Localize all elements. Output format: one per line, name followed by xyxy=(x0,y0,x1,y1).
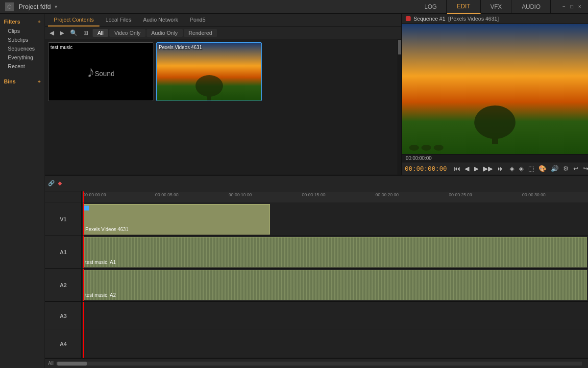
ruler-mark-25: 00:00:25:00 xyxy=(449,192,472,197)
sidebar-item-everything[interactable]: Everything xyxy=(0,53,45,62)
preview-out-point-button[interactable]: ◈ xyxy=(517,164,525,173)
timeline-snap-button[interactable]: 🔗 xyxy=(48,180,55,186)
close-button[interactable]: × xyxy=(576,3,583,10)
preview-panel: Sequence #1 [Pexels Videos 4631] xyxy=(402,14,588,175)
filters-label: Filters xyxy=(4,19,20,25)
browser-panel: Project Contents Local Files Audio Netwo… xyxy=(45,14,402,175)
preview-undo-button[interactable]: ↩ xyxy=(572,164,580,173)
svg-point-2 xyxy=(474,105,515,139)
media-thumb-label-video: Pexels Videos 4631 xyxy=(159,45,202,50)
search-icon[interactable]: 🔍 xyxy=(69,29,79,37)
browser-scrollbar-thumb[interactable] xyxy=(398,40,401,54)
browser-tab-audio-network[interactable]: Audio Network xyxy=(137,14,184,26)
minimize-button[interactable]: − xyxy=(561,3,567,10)
playhead-v1 xyxy=(83,203,84,236)
track-row-a4 xyxy=(82,330,588,358)
preview-controls: 00:00:00:00 ⏮ ◀ ▶ ▶▶ ⏭ ◈ ◈ ⬚ 🎨 🔊 ⚙ ↩ ↪ xyxy=(402,162,588,175)
filter-tab-video-only[interactable]: Video Only xyxy=(109,29,146,37)
playhead[interactable] xyxy=(83,191,84,203)
main-layout: Filters + Clips Subclips Sequences Every… xyxy=(0,14,588,368)
track-row-a1: test music, A1 xyxy=(82,236,588,269)
filter-tab-all[interactable]: All xyxy=(93,29,108,37)
svg-rect-3 xyxy=(492,135,498,144)
nav-tabs: LOG EDIT VFX AUDIO xyxy=(415,0,551,14)
preview-step-back-button[interactable]: ◀ xyxy=(463,164,471,173)
media-thumb-test-music[interactable]: test music ♪ Sound xyxy=(48,42,153,101)
browser-tab-local-files[interactable]: Local Files xyxy=(99,14,137,26)
media-thumb-label-audio: test music xyxy=(50,45,73,50)
audio-clip-label-a2: test music, A2 xyxy=(85,292,116,298)
timeline-scrollbar[interactable] xyxy=(56,362,582,366)
browser-scrollbar[interactable] xyxy=(397,39,401,175)
timeline-body: V1 A1 A2 A3 A4 00:00:00:00 00:00:05:00 0… xyxy=(45,191,588,358)
filter-tab-audio-only[interactable]: Audio Only xyxy=(147,29,183,37)
grid-view-icon[interactable]: ⊞ xyxy=(82,29,90,37)
ruler-label-spacer xyxy=(45,191,81,203)
back-button[interactable]: ◀ xyxy=(48,29,55,37)
preview-redo-button[interactable]: ↪ xyxy=(582,164,588,173)
app-icon: ⬡ xyxy=(5,2,14,11)
track-row-a3 xyxy=(82,302,588,330)
track-label-a3[interactable]: A3 xyxy=(45,302,81,330)
preview-header: Sequence #1 [Pexels Videos 4631] xyxy=(402,14,588,24)
project-dropdown-arrow[interactable]: ▼ xyxy=(54,4,58,9)
track-label-a2[interactable]: A2 xyxy=(45,269,81,302)
audio-clip-a1[interactable]: test music, A1 xyxy=(83,237,587,267)
preview-go-start-button[interactable]: ⏮ xyxy=(452,164,462,173)
tab-vfx[interactable]: VFX xyxy=(481,0,512,14)
sidebar-item-recent[interactable]: Recent xyxy=(0,62,45,71)
project-name: Project fdfd xyxy=(19,3,51,10)
preview-in-point-button[interactable]: ◈ xyxy=(508,164,516,173)
timeline-footer-label: All xyxy=(48,361,53,366)
video-clip-pexels[interactable]: Pexels Videos 4631 xyxy=(83,204,270,235)
playhead-a2 xyxy=(83,269,84,301)
playhead-a4 xyxy=(83,330,84,358)
track-label-a4[interactable]: A4 xyxy=(45,330,81,358)
forward-button[interactable]: ▶ xyxy=(58,29,66,37)
sidebar-item-subclips[interactable]: Subclips xyxy=(0,35,45,44)
bins-label: Bins xyxy=(4,79,16,84)
bins-add-icon[interactable]: + xyxy=(38,79,41,84)
timeline-footer: All xyxy=(45,358,588,368)
tab-log[interactable]: LOG xyxy=(415,0,447,14)
track-label-a1[interactable]: A1 xyxy=(45,236,81,269)
sidebar: Filters + Clips Subclips Sequences Every… xyxy=(0,14,45,368)
playhead-a1 xyxy=(83,236,84,268)
browser-tab-project-contents[interactable]: Project Contents xyxy=(48,14,99,26)
audio-waveform-a2 xyxy=(83,270,587,300)
preview-sequence-label: Sequence #1 xyxy=(414,16,445,22)
audio-waveform-a1 xyxy=(83,237,587,267)
preview-audio-button[interactable]: 🔊 xyxy=(549,164,560,173)
ruler-mark-10: 00:00:10:00 xyxy=(229,192,252,197)
sidebar-item-clips[interactable]: Clips xyxy=(0,26,45,35)
filters-header: Filters + xyxy=(0,17,45,26)
filters-add-icon[interactable]: + xyxy=(38,19,41,25)
browser-tabs: Project Contents Local Files Audio Netwo… xyxy=(45,14,401,27)
preview-color-button[interactable]: 🎨 xyxy=(537,164,548,173)
track-label-v1[interactable]: V1 xyxy=(45,203,81,236)
title-bar: ⬡ Project fdfd ▼ LOG EDIT VFX AUDIO − □ … xyxy=(0,0,588,14)
svg-point-4 xyxy=(409,145,419,151)
timeline-playhead-indicator: ◆ xyxy=(58,180,62,186)
preview-settings-button[interactable]: ⚙ xyxy=(562,164,570,173)
audio-clip-a2[interactable]: test music, A2 xyxy=(83,270,587,300)
preview-screen[interactable] xyxy=(402,24,588,154)
playhead-a3 xyxy=(83,302,84,329)
filter-tab-rendered[interactable]: Rendered xyxy=(184,29,217,37)
preview-play-button[interactable]: ▶ xyxy=(472,164,480,173)
preview-safe-area-button[interactable]: ⬚ xyxy=(527,164,536,173)
maximize-button[interactable]: □ xyxy=(568,3,575,10)
tab-audio[interactable]: AUDIO xyxy=(512,0,551,14)
timeline-scrollbar-thumb[interactable] xyxy=(57,362,87,366)
tab-edit[interactable]: EDIT xyxy=(447,0,480,14)
media-thumb-pexels-4631[interactable]: Pexels Videos 4631 xyxy=(156,42,262,101)
preview-go-end-button[interactable]: ⏭ xyxy=(496,164,505,173)
sidebar-item-sequences[interactable]: Sequences xyxy=(0,44,45,53)
preview-timecode-main: 00:00:00:00 xyxy=(405,165,447,172)
track-labels: V1 A1 A2 A3 A4 xyxy=(45,191,82,358)
browser-content: test music ♪ Sound Pexels Videos 4631 xyxy=(45,39,401,175)
svg-point-6 xyxy=(434,145,443,151)
preview-step-forward-button[interactable]: ▶▶ xyxy=(482,164,494,173)
browser-tab-pond5[interactable]: Pond5 xyxy=(184,14,211,26)
ruler-mark-15: 00:00:15:00 xyxy=(302,192,325,197)
